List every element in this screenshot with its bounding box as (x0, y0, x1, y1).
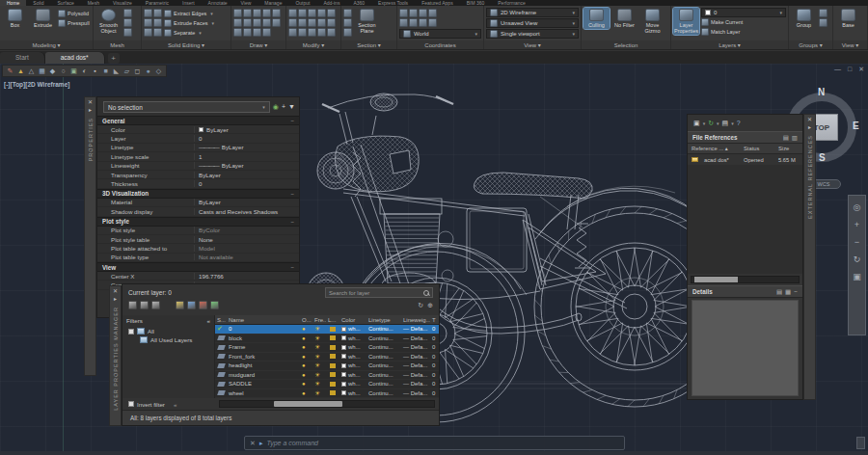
ribbon-tool-icon[interactable] (298, 18, 307, 27)
polysolid-button[interactable]: Polysolid (58, 10, 90, 17)
sketch-icon[interactable]: ✎ (6, 67, 14, 75)
ribbon-tool-icon[interactable] (409, 18, 418, 27)
command-line[interactable]: ✕ ▸ Type a command (244, 436, 625, 450)
layer-lock-icon[interactable] (330, 327, 336, 332)
move-gizmo-button[interactable]: Move Gizmo (639, 8, 665, 35)
panel-label-mesh[interactable]: Mesh (94, 40, 141, 50)
ribbon-tool-icon[interactable] (153, 9, 162, 17)
property-filter-icon[interactable] (128, 301, 137, 309)
ribbon-tool-icon[interactable] (144, 28, 152, 37)
property-row[interactable]: Plot table attached toModel (97, 244, 299, 253)
ribbon-tool-icon[interactable] (262, 18, 271, 27)
viewport-controls-label[interactable]: [-][Top][2D Wireframe] (4, 81, 69, 88)
ribbon-tool-icon[interactable] (153, 18, 162, 27)
property-row[interactable]: Plot styleByColor (97, 227, 299, 235)
ribbon-tool-icon[interactable] (253, 18, 261, 27)
ribbon-tool-icon[interactable] (288, 18, 297, 27)
property-value[interactable]: 0 (194, 135, 299, 142)
layer-row[interactable]: block●☀wh...Continu...— Defa...0 (215, 335, 439, 344)
dot-icon[interactable]: ▪ (91, 67, 99, 75)
property-value[interactable]: ByColor (194, 227, 299, 233)
ribbon-tool-icon[interactable] (327, 18, 336, 27)
ribbon-tool-icon[interactable] (308, 28, 316, 37)
layer-search-input[interactable]: Search for layer (325, 287, 433, 298)
details-view-icon[interactable]: ▤ (776, 288, 782, 296)
layer-row[interactable]: ✔0●☀wh...Continu...— Defa...0 (215, 325, 439, 335)
property-row[interactable]: Shadow displayCasts and Receives Shadows (97, 207, 299, 216)
property-value[interactable]: ————ByLayer (194, 144, 299, 150)
group-filter-icon[interactable] (140, 301, 149, 309)
ribbon-tool-icon[interactable] (153, 28, 162, 37)
ribbon-tool-icon[interactable] (253, 28, 261, 37)
tree-view-icon[interactable]: ▥ (792, 134, 798, 142)
property-value[interactable]: ByLayer (194, 172, 299, 178)
panel-label-solid-editing[interactable]: Solid Editing ▾ (142, 40, 231, 50)
delete-layer-icon[interactable] (199, 301, 207, 309)
make-current-button[interactable]: Make Current (701, 18, 786, 26)
property-row[interactable]: Linetype scale1 (97, 152, 299, 161)
ribbon-tool-icon[interactable] (288, 28, 297, 37)
object-type-dropdown[interactable]: No selection▾ (103, 101, 270, 113)
property-row[interactable]: Plot table typeNot available (97, 254, 299, 262)
preview-icon[interactable]: ▦ (785, 288, 791, 296)
panel-label-modify[interactable]: Modify ▾ (286, 40, 340, 50)
property-value[interactable]: Model (194, 245, 299, 252)
property-section-header[interactable]: Plot style− (97, 217, 299, 227)
ribbon-tool-icon[interactable] (298, 9, 307, 17)
ribbon-tool-icon[interactable] (308, 9, 316, 17)
layer-properties-button[interactable]: Layer Properties (673, 8, 699, 35)
extrude-button[interactable]: Extrude (30, 8, 56, 29)
properties-title-bar[interactable]: ✕ ▸ PROPERTIES (84, 96, 96, 376)
ribbon-tool-icon[interactable] (327, 9, 336, 17)
steering-wheel-icon[interactable]: ◎ (854, 203, 861, 212)
property-row[interactable]: TransparencyByLayer (97, 171, 299, 179)
ribbon-tool-icon[interactable] (399, 18, 408, 27)
ribbon-tool-icon[interactable] (288, 9, 297, 17)
ribbon-tool-icon[interactable] (343, 9, 352, 17)
ribbon-tool-icon[interactable] (123, 9, 132, 17)
layer-manager-close-icon[interactable]: ✕ (113, 288, 118, 294)
panel-label-coordinates[interactable]: Coordinates (397, 40, 483, 50)
list-view-icon[interactable]: ▤ (783, 134, 789, 142)
layer-lock-icon[interactable] (330, 363, 336, 368)
xref-row[interactable]: acad dos* Opened 5.65 M (688, 154, 802, 166)
layer-on-icon[interactable]: ● (302, 344, 306, 350)
layer-on-icon[interactable]: ● (302, 372, 306, 378)
filter-tree-root[interactable]: All (122, 326, 214, 335)
command-line-grip[interactable] (856, 437, 865, 449)
ribbon-tool-icon[interactable] (272, 9, 281, 17)
layer-manager-autohide-icon[interactable]: ▸ (114, 296, 117, 302)
layer-freeze-icon[interactable]: ☀ (314, 371, 320, 379)
attach-icon[interactable]: ▣ (693, 119, 700, 127)
new-layer-icon[interactable] (176, 301, 184, 309)
ribbon-tool-icon[interactable] (243, 28, 252, 37)
separate-button[interactable]: Separate▾ (164, 29, 214, 37)
xref-close-icon[interactable]: ✕ (807, 117, 812, 122)
xref-horizontal-scrollbar[interactable] (691, 276, 800, 283)
square-icon[interactable]: ■ (101, 67, 110, 75)
command-input[interactable]: Type a command (266, 440, 318, 446)
ribbon-tool-icon[interactable] (343, 28, 352, 37)
viewcube-north[interactable]: N (818, 87, 825, 97)
property-value[interactable]: ————ByLayer (194, 162, 299, 169)
solid-icon[interactable]: ▣ (69, 67, 78, 75)
triangle-icon[interactable]: △ (27, 67, 36, 75)
visual-style-dropdown[interactable]: 2D Wireframe▾ (486, 8, 579, 17)
xref-autohide-icon[interactable]: ▸ (808, 124, 811, 130)
ribbon-tool-icon[interactable] (123, 28, 132, 37)
box-button[interactable]: Box (2, 8, 28, 29)
property-value[interactable]: Casts and Receives Shadows (194, 208, 299, 215)
file-tab[interactable]: acad dos* (45, 52, 105, 64)
ribbon-tool-icon[interactable] (272, 18, 281, 27)
toggle-pickadd-icon[interactable]: ◉ (273, 102, 279, 112)
panel-label-layers[interactable]: Layers ▾ (671, 40, 788, 50)
orbit-icon[interactable]: ↻ (854, 255, 861, 264)
property-row[interactable]: MaterialByLayer (97, 199, 299, 207)
ribbon-tool-icon[interactable] (298, 28, 307, 37)
layer-on-icon[interactable]: ● (302, 362, 306, 368)
property-row[interactable]: Center X196.7766 (97, 272, 299, 281)
layer-on-icon[interactable]: ● (302, 381, 306, 387)
smooth-object-button[interactable]: Smooth Object (95, 8, 122, 35)
new-layer-vp-icon[interactable] (187, 301, 196, 309)
layer-freeze-icon[interactable]: ☀ (314, 389, 320, 397)
